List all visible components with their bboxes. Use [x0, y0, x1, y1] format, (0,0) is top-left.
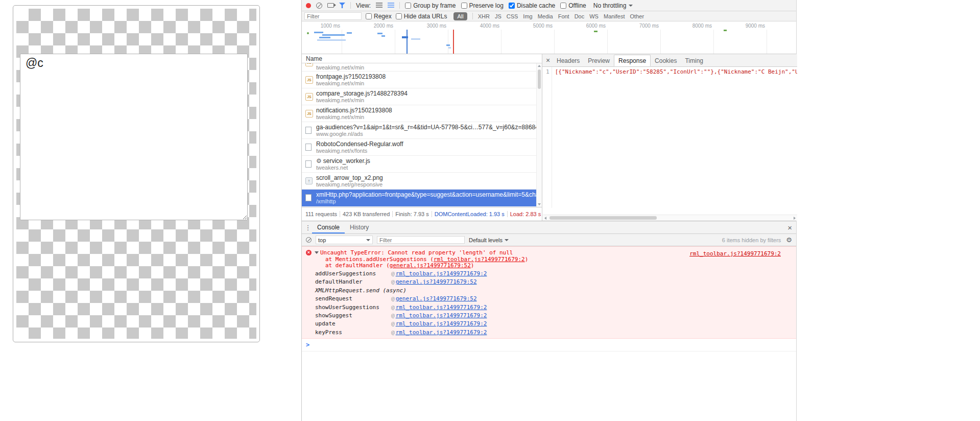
requests-count: 111 requests — [302, 211, 340, 217]
resource-type-filters: All XHR JS CSS Img Media Font Doc WS Man… — [453, 12, 644, 20]
scrollbar-thumb[interactable] — [549, 216, 657, 220]
offline-input[interactable] — [560, 3, 566, 9]
log-levels-dropdown[interactable]: Default levels — [469, 237, 509, 243]
source-link[interactable]: rml_toolbar.js?1499771679:2 — [396, 320, 487, 327]
more-options-icon[interactable] — [304, 224, 312, 231]
hide-data-urls-checkbox[interactable]: Hide data URLs — [396, 13, 447, 20]
details-horizontal-scrollbar[interactable] — [543, 215, 797, 221]
console-tab-bar: Console History — [302, 221, 796, 234]
network-request-row-selected[interactable]: xmlHttp.php?application=frontpage&type=s… — [302, 190, 536, 206]
view-overview-icon[interactable] — [388, 3, 394, 8]
filter-icon[interactable] — [339, 3, 345, 8]
webpage-preview: @c — [13, 5, 260, 342]
execution-context-dropdown[interactable]: top — [316, 236, 373, 244]
timeline-tick: 9000 ms — [735, 23, 765, 29]
stack-function: sendRequest — [315, 295, 391, 303]
network-filter-input[interactable] — [304, 12, 362, 20]
regex-checkbox[interactable]: Regex — [366, 13, 392, 20]
network-request-row[interactable]: tweakimg.net/x/min — [302, 63, 536, 72]
clear-console-icon[interactable] — [306, 237, 312, 243]
console-settings-gear-icon[interactable] — [786, 236, 792, 244]
close-details-icon[interactable] — [543, 56, 553, 64]
record-button[interactable] — [306, 3, 311, 8]
view-rows-icon[interactable] — [376, 3, 383, 8]
preserve-log-input[interactable] — [461, 3, 467, 9]
filter-pill-css[interactable]: CSS — [507, 13, 518, 19]
tab-console[interactable]: Console — [312, 221, 345, 233]
network-request-row[interactable]: frontpage.js?1502193808 tweakimg.net/x/m… — [302, 72, 536, 88]
network-request-row[interactable]: RobotoCondensed-Regular.woff tweakimg.ne… — [302, 139, 536, 156]
hide-data-urls-input[interactable] — [396, 13, 402, 19]
regex-input[interactable] — [366, 13, 372, 19]
at-symbol: @ — [391, 295, 395, 302]
timeline-tick: 4000 ms — [470, 23, 499, 29]
offline-checkbox[interactable]: Offline — [560, 2, 586, 9]
scroll-down-arrow[interactable] — [538, 203, 541, 205]
clear-icon[interactable] — [316, 3, 322, 9]
stack-function: showSuggest — [315, 312, 391, 320]
filter-pill-media[interactable]: Media — [538, 13, 553, 19]
tab-cookies[interactable]: Cookies — [651, 55, 681, 66]
preserve-log-checkbox[interactable]: Preserve log — [461, 2, 504, 9]
timeline-tick: 5000 ms — [523, 23, 553, 29]
line-number: 1 — [542, 67, 552, 208]
network-request-row[interactable]: notifications.js?1502193808 tweakimg.net… — [302, 105, 536, 122]
tab-response[interactable]: Response — [614, 55, 651, 66]
tab-history[interactable]: History — [345, 221, 374, 233]
source-link[interactable]: rml_toolbar.js?1499771679:2 — [396, 329, 487, 336]
filter-pill-manifest[interactable]: Manifest — [604, 13, 625, 19]
filter-pill-img[interactable]: Img — [523, 13, 532, 19]
filter-pill-font[interactable]: Font — [558, 13, 569, 19]
source-link[interactable]: general.js?1499771679:52 — [396, 295, 477, 302]
filter-pill-doc[interactable]: Doc — [575, 13, 585, 19]
console-filter-input[interactable] — [377, 236, 465, 244]
filter-pill-xhr[interactable]: XHR — [478, 13, 490, 19]
request-name: xmlHttp.php?application=frontpage&type=s… — [316, 191, 536, 198]
timeline-gridline — [767, 30, 767, 54]
capture-screenshots-icon[interactable] — [327, 3, 334, 8]
source-link[interactable]: general.js?1499771679:52 — [390, 262, 471, 269]
error-message: Uncaught TypeError: Cannot read property… — [320, 249, 709, 256]
stack-function: keyPress — [315, 329, 391, 337]
filter-pill-all[interactable]: All — [453, 12, 467, 20]
network-request-row[interactable]: compare_storage.js?1488278394 tweakimg.n… — [302, 88, 536, 105]
stack-frame-row: sendRequest@general.js?1499771679:52 — [302, 295, 796, 303]
comment-textarea[interactable]: @c — [20, 54, 248, 220]
filter-pill-other[interactable]: Other — [630, 13, 644, 19]
scroll-left-arrow[interactable] — [544, 217, 546, 220]
scrollbar-thumb[interactable] — [538, 69, 541, 89]
expand-triangle-icon[interactable] — [315, 251, 319, 254]
network-request-row[interactable]: scroll_arrow_top_x2.png tweakimg.net/g/r… — [302, 173, 536, 190]
close-drawer-icon[interactable] — [787, 223, 792, 232]
disable-cache-label: Disable cache — [517, 2, 555, 9]
filter-pill-ws[interactable]: WS — [589, 13, 599, 19]
disable-cache-checkbox[interactable]: Disable cache — [509, 2, 555, 9]
tab-headers[interactable]: Headers — [553, 55, 584, 66]
at-symbol: @ — [391, 312, 395, 319]
stack-frame-row: showSuggest@rml_toolbar.js?1499771679:2 — [302, 312, 796, 320]
tab-timing[interactable]: Timing — [681, 55, 707, 66]
source-link[interactable]: rml_toolbar.js?1499771679:2 — [396, 270, 487, 277]
network-overview-timeline[interactable]: 1000 ms 2000 ms 3000 ms 4000 ms 5000 ms … — [302, 21, 796, 54]
source-link[interactable]: rml_toolbar.js?1499771679:2 — [396, 304, 487, 311]
group-by-frame-checkbox[interactable]: Group by frame — [405, 2, 456, 9]
console-prompt[interactable]: > — [302, 339, 796, 352]
tab-preview[interactable]: Preview — [584, 55, 614, 66]
scroll-up-arrow[interactable] — [538, 65, 541, 67]
name-column-header[interactable]: Name — [302, 54, 542, 63]
request-list-scrollbar[interactable] — [536, 63, 542, 207]
network-request-row[interactable]: service_worker.js tweakers.net — [302, 156, 536, 173]
scroll-right-arrow[interactable] — [794, 217, 796, 220]
throttling-value: No throttling — [593, 2, 627, 9]
source-link[interactable]: general.js?1499771679:52 — [396, 278, 477, 285]
network-request-row[interactable]: ga-audiences?v=1&aip=1&t=sr&_r=4&tid=UA-… — [302, 122, 536, 139]
filter-pill-js[interactable]: JS — [495, 13, 501, 19]
stack-function: defaultHandler — [315, 278, 391, 286]
error-source-link[interactable]: rml_toolbar.js?1499771679:2 — [689, 250, 781, 257]
at-suffix: ) — [471, 262, 474, 269]
log-levels-value: Default levels — [469, 237, 503, 243]
group-by-frame-input[interactable] — [405, 3, 411, 9]
throttling-dropdown[interactable]: No throttling — [593, 2, 633, 9]
source-link[interactable]: rml_toolbar.js?1499771679:2 — [396, 312, 487, 319]
disable-cache-input[interactable] — [509, 3, 515, 9]
